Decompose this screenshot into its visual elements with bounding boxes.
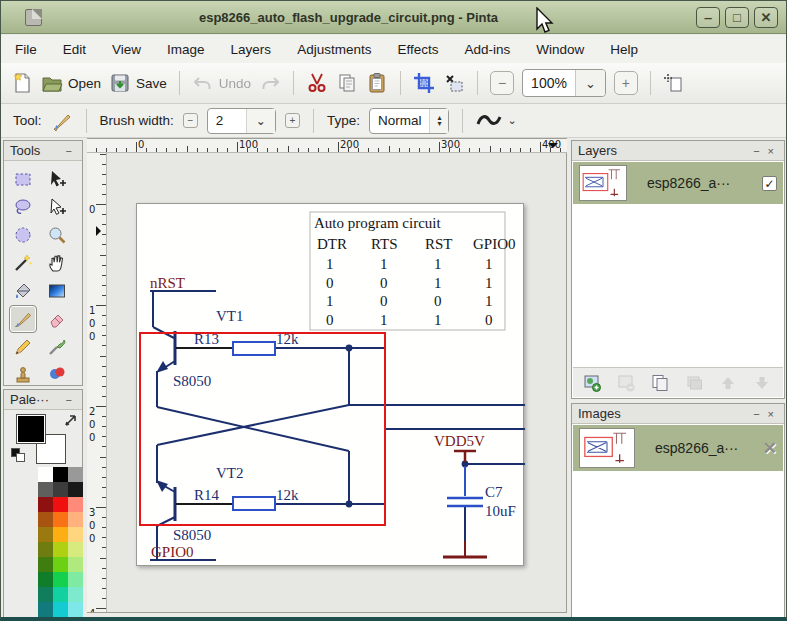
brush-width-increase-button[interactable]: + [285, 113, 300, 128]
zoom-level-combo[interactable]: 100% ⌄ [522, 69, 606, 97]
paste-button[interactable] [366, 72, 388, 94]
palette-swatch[interactable] [38, 587, 53, 602]
add-layer-button[interactable] [578, 371, 606, 395]
tool-zoom[interactable] [43, 221, 71, 249]
tool-gradient[interactable] [43, 277, 71, 305]
cut-button[interactable] [306, 72, 328, 94]
new-image-button[interactable] [11, 72, 33, 94]
chevron-down-icon[interactable]: ⌄ [507, 114, 516, 127]
layer-visibility-checkbox[interactable]: ✓ [762, 176, 777, 191]
tool-ellipse-select[interactable] [9, 221, 37, 249]
menu-item-layers[interactable]: Layers [231, 42, 272, 57]
minimize-panel-icon[interactable]: − [62, 394, 76, 406]
open-button[interactable]: Open [41, 72, 101, 94]
menu-item-view[interactable]: View [112, 42, 141, 57]
tool-color-picker[interactable] [43, 333, 71, 361]
tool-move-selection[interactable] [43, 165, 71, 193]
canvas[interactable]: Auto program circuitDTRRTSRSTGPIO0111100… [136, 203, 524, 566]
zoom-out-button[interactable]: − [490, 71, 514, 95]
palette-swatch[interactable] [53, 467, 68, 482]
spinner-arrows-icon[interactable]: ▴▾ [429, 109, 448, 133]
move-layer-up-button[interactable] [714, 371, 742, 395]
palette-swatch[interactable] [68, 482, 83, 497]
palette-swatch[interactable] [38, 482, 53, 497]
palette-swatch[interactable] [53, 587, 68, 602]
zoom-to-window-button[interactable] [663, 72, 685, 94]
remove-layer-button[interactable] [612, 371, 640, 395]
image-row[interactable]: esp8266_a··· ✕ [573, 425, 783, 471]
brush-width-combo[interactable]: 2 ⌄ [207, 108, 276, 134]
palette-swatch[interactable] [68, 557, 83, 572]
tools-panel-header[interactable]: Tools − [4, 141, 82, 161]
menu-item-effects[interactable]: Effects [397, 42, 438, 57]
menu-item-adjustments[interactable]: Adjustments [297, 42, 371, 57]
tool-paint-bucket[interactable] [9, 277, 37, 305]
stroke-style-button[interactable]: ⌄ [476, 113, 516, 129]
menu-item-edit[interactable]: Edit [63, 42, 86, 57]
merge-layer-down-button[interactable] [680, 371, 708, 395]
blend-mode-combo[interactable]: Normal ▴▾ [369, 108, 450, 134]
tool-move-selected[interactable] [43, 193, 71, 221]
zoom-in-button[interactable]: + [614, 71, 638, 95]
minimize-panel-icon[interactable]: − [62, 145, 76, 157]
palette-swatch[interactable] [38, 617, 53, 621]
menu-item-help[interactable]: Help [610, 42, 638, 57]
palette-swatch[interactable] [38, 497, 53, 512]
palette-swatch[interactable] [38, 467, 53, 482]
tool-paintbrush[interactable] [9, 305, 37, 333]
chevron-down-icon[interactable]: ⌄ [575, 70, 605, 96]
swap-colors-icon[interactable] [62, 412, 80, 430]
title-bar[interactable]: esp8266_auto_flash_upgrade_circuit.png -… [1, 1, 786, 34]
undo-button[interactable]: Undo [192, 72, 251, 94]
menu-item-window[interactable]: Window [536, 42, 584, 57]
brush-width-decrease-button[interactable]: − [183, 113, 198, 128]
menu-item-file[interactable]: File [15, 42, 37, 57]
palette-swatch[interactable] [68, 602, 83, 617]
close-button[interactable]: ✕ [754, 7, 778, 28]
primary-color-swatch[interactable] [16, 414, 46, 444]
palette-swatch[interactable] [38, 557, 53, 572]
palette-swatch[interactable] [68, 542, 83, 557]
palette-swatch[interactable] [53, 572, 68, 587]
palette-swatch[interactable] [53, 527, 68, 542]
palette-swatch[interactable] [53, 617, 68, 621]
images-panel-header[interactable]: Images − × [572, 404, 784, 424]
palette-swatch[interactable] [38, 527, 53, 542]
tool-pan[interactable] [43, 249, 71, 277]
palette-swatch[interactable] [53, 497, 68, 512]
close-panel-icon[interactable]: × [764, 408, 778, 420]
palette-swatch[interactable] [68, 497, 83, 512]
palette-swatch[interactable] [38, 572, 53, 587]
close-image-icon[interactable]: ✕ [763, 438, 777, 459]
palette-swatch[interactable] [68, 617, 83, 621]
move-layer-down-button[interactable] [748, 371, 776, 395]
minimize-button[interactable]: ‒ [696, 7, 720, 28]
palette-swatch[interactable] [68, 467, 83, 482]
palette-panel-header[interactable]: Pale··· − [4, 390, 82, 410]
crop-to-selection-button[interactable] [413, 72, 435, 94]
palette-swatch[interactable] [38, 602, 53, 617]
tool-recolor[interactable] [43, 361, 71, 389]
menu-item-image[interactable]: Image [167, 42, 205, 57]
tool-lasso-select[interactable] [9, 193, 37, 221]
menu-item-add-ins[interactable]: Add-ins [464, 42, 510, 57]
duplicate-layer-button[interactable] [646, 371, 674, 395]
copy-button[interactable] [336, 72, 358, 94]
layers-panel-header[interactable]: Layers − × [572, 141, 784, 161]
minimize-panel-icon[interactable]: − [749, 408, 763, 420]
tool-pencil[interactable] [9, 333, 37, 361]
chevron-down-icon[interactable]: ⌄ [246, 109, 275, 133]
maximize-button[interactable]: □ [725, 7, 749, 28]
palette-swatch[interactable] [68, 527, 83, 542]
close-panel-icon[interactable]: × [764, 145, 778, 157]
palette-swatch[interactable] [38, 542, 53, 557]
palette-swatch[interactable] [38, 512, 53, 527]
tool-rectangle-select[interactable] [9, 165, 37, 193]
tool-clone-stamp[interactable] [9, 361, 37, 389]
palette-swatch[interactable] [68, 587, 83, 602]
layer-row[interactable]: esp8266_a··· ✓ [573, 162, 783, 204]
palette-swatch[interactable] [68, 512, 83, 527]
palette-swatch[interactable] [68, 572, 83, 587]
deselect-button[interactable] [443, 72, 465, 94]
save-button[interactable]: Save [109, 72, 167, 94]
